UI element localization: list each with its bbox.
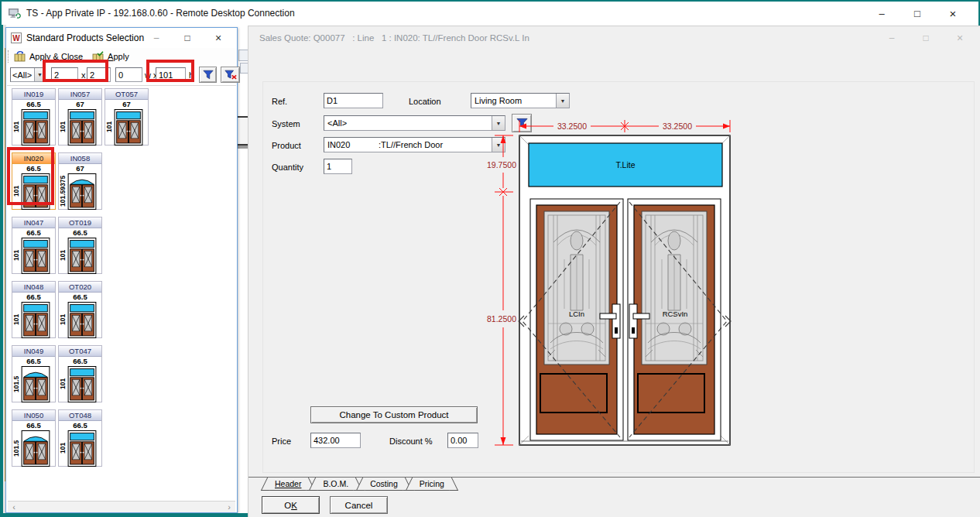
product-height: 101 — [12, 302, 21, 337]
products-dialog-titlebar: W Standard Products Selection – □ × — [6, 28, 237, 48]
product-tile-ot048[interactable]: OT04866.5101 — [58, 409, 102, 467]
product-code: IN050 — [12, 410, 55, 421]
product-height: 101 — [12, 238, 21, 273]
top-dim-right: 33.2500 — [663, 122, 692, 131]
ref-input[interactable] — [324, 93, 383, 108]
clear-filter-button[interactable] — [221, 67, 240, 83]
product-height: 101 — [12, 109, 21, 145]
category-combobox[interactable]: <All> ▼ — [10, 67, 46, 82]
product-height: 101 — [59, 109, 67, 145]
filter-zero-input[interactable] — [115, 67, 142, 82]
tab-bom[interactable]: B.O.M. — [317, 478, 355, 491]
chevron-down-icon[interactable]: ▼ — [556, 94, 569, 108]
ref-label: Ref. — [272, 97, 287, 106]
dialog-minimize-button[interactable]: – — [141, 28, 172, 48]
product-width: 66.5 — [12, 293, 55, 302]
scroll-right-icon[interactable]: › — [223, 502, 235, 512]
product-tile-in049[interactable]: IN04966.5101.5 — [12, 345, 56, 402]
product-width: 67 — [59, 164, 101, 173]
product-height: 101 — [59, 366, 67, 402]
dialog-close-button[interactable]: × — [203, 28, 234, 48]
quote-minimize-button[interactable]: – — [875, 29, 909, 46]
sales-quote-titlebar: Sales Quote: Q00077 : Line 1 : IN020: TL… — [248, 26, 980, 50]
product-height: 101.5 — [12, 366, 21, 402]
product-tile-ot057[interactable]: OT05767101 — [105, 88, 149, 146]
door-thumbnail — [67, 109, 97, 146]
quantity-input[interactable] — [324, 159, 352, 174]
discount-input[interactable] — [447, 433, 478, 448]
tab-header[interactable]: Header — [269, 478, 307, 491]
product-desc-value: :TL//French Door — [375, 140, 492, 149]
product-height: 101 — [59, 302, 67, 337]
product-width: 66.5 — [59, 293, 101, 302]
product-tile-in048[interactable]: IN04866.5101 — [12, 281, 56, 338]
product-tile-in019[interactable]: IN01966.5101 — [12, 88, 56, 146]
ok-button[interactable]: OK — [262, 496, 320, 514]
scroll-left-icon[interactable]: ‹ — [8, 502, 20, 512]
products-filter-row: <All> ▼ x w x h — [6, 65, 237, 85]
transom-dim: 19.7500 — [487, 160, 516, 169]
annotation-box-size-fields — [43, 60, 108, 82]
app-logo-w-icon: W — [11, 33, 22, 43]
door-thumbnail — [67, 302, 97, 338]
product-tile-in058[interactable]: IN05867101.59375 — [58, 152, 102, 210]
door-drawing: T.Lite LCIn RCSvIn — [476, 111, 755, 459]
system-value: <All> — [324, 118, 492, 128]
product-height: 101 — [59, 430, 67, 466]
product-width: 66.5 — [59, 228, 101, 238]
door-thumbnail — [21, 366, 50, 402]
left-door-label: LCIn — [569, 310, 584, 318]
door-dim: 81.2500 — [487, 314, 516, 324]
door-thumbnail — [67, 238, 97, 274]
product-width: 66.5 — [12, 357, 55, 366]
product-code: IN049 — [12, 346, 55, 357]
door-thumbnail — [67, 430, 97, 467]
discount-label: Discount % — [389, 437, 433, 446]
horizontal-scrollbar[interactable]: ‹ › — [8, 501, 235, 512]
sales-quote-window: Sales Quote: Q00077 : Line 1 : IN020: TL… — [248, 26, 980, 517]
tab-pricing[interactable]: Pricing — [413, 478, 451, 491]
rdp-minimize-button[interactable]: – — [864, 2, 899, 25]
price-input[interactable] — [310, 433, 361, 448]
filter-funnel-icon — [203, 70, 214, 80]
location-label: Location — [409, 97, 441, 106]
cancel-button[interactable]: Cancel — [330, 496, 388, 514]
product-width: 66.5 — [12, 100, 55, 109]
door-thumbnail — [67, 173, 97, 210]
door-thumbnail — [21, 238, 50, 274]
product-tile-ot020[interactable]: OT02066.5101 — [58, 281, 102, 338]
rdp-close-button[interactable]: × — [935, 2, 971, 25]
location-combobox[interactable]: Living Room ▼ — [471, 93, 570, 108]
change-to-custom-product-button[interactable]: Change To Custom Product — [310, 406, 478, 423]
door-thumbnail — [21, 430, 50, 467]
quote-close-button[interactable]: × — [943, 29, 977, 46]
quote-maximize-button[interactable]: □ — [909, 29, 943, 46]
apply-filter-button[interactable] — [199, 67, 217, 83]
product-height: 101 — [105, 109, 114, 145]
rdp-window: TS - App Private IP - 192.168.0.60 - Rem… — [0, 0, 980, 517]
product-code: IN057 — [59, 89, 101, 100]
product-tile-in057[interactable]: IN05767101 — [58, 88, 102, 146]
rdp-border-bottom — [2, 513, 248, 517]
right-door-label: RCSvIn — [663, 310, 688, 318]
product-tile-in047[interactable]: IN04766.5101 — [12, 217, 56, 274]
product-tile-ot047[interactable]: OT04766.5101 — [58, 345, 102, 402]
product-width: 66.5 — [12, 228, 55, 238]
product-width: 67 — [59, 100, 101, 109]
product-width: 66.5 — [59, 357, 101, 366]
product-tile-ot019[interactable]: OT01966.5101 — [58, 217, 102, 274]
product-code: OT048 — [59, 410, 101, 421]
rdp-maximize-button[interactable]: □ — [899, 2, 935, 25]
product-code: IN058 — [59, 153, 101, 164]
product-code: IN047 — [12, 217, 55, 228]
filter-clear-icon — [224, 70, 237, 80]
product-code: IN048 — [12, 282, 55, 293]
rdp-window-title: TS - App Private IP - 192.168.0.60 - Rem… — [26, 8, 295, 19]
products-dialog-title: Standard Products Selection — [26, 33, 144, 43]
product-height: 101.5 — [12, 430, 21, 466]
dialog-maximize-button[interactable]: □ — [172, 28, 203, 48]
door-thumbnail — [114, 109, 143, 146]
product-tile-in050[interactable]: IN05066.5101.5 — [12, 409, 56, 467]
quantity-label: Quantity — [272, 163, 303, 172]
tab-costing[interactable]: Costing — [364, 478, 404, 491]
